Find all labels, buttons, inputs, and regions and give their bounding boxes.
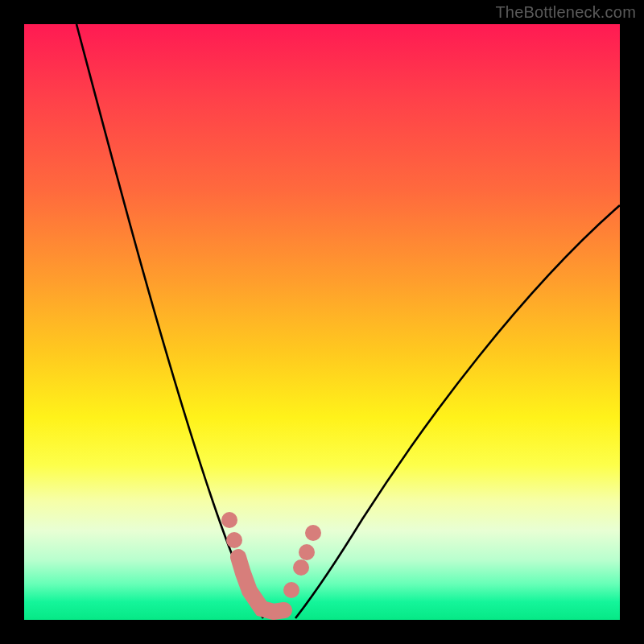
svg-point-2	[283, 582, 299, 598]
chart-frame: TheBottleneck.com	[0, 0, 644, 644]
curve-overlay	[24, 24, 620, 620]
svg-point-1	[226, 532, 242, 548]
marker-line	[221, 512, 321, 612]
left-curve	[76, 24, 263, 618]
svg-point-5	[305, 525, 321, 541]
svg-point-4	[299, 544, 315, 560]
plot-area	[24, 24, 620, 620]
svg-point-0	[221, 512, 237, 528]
svg-point-3	[293, 559, 309, 576]
right-curve	[295, 205, 620, 618]
watermark-text: TheBottleneck.com	[495, 3, 636, 22]
